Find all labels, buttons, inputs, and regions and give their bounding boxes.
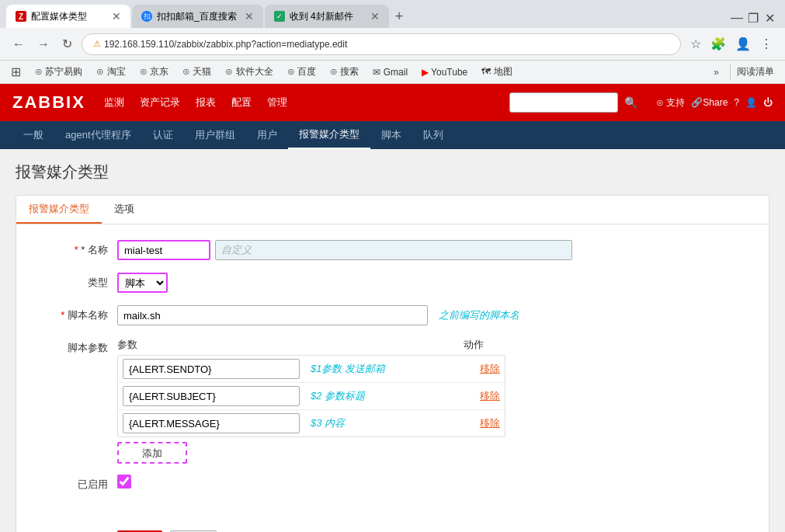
zabbix-search: 🔍 xyxy=(509,92,637,113)
param-row-3: $3 内容 移除 xyxy=(118,410,505,436)
logout-button[interactable]: ⏻ xyxy=(763,97,773,108)
enabled-label: 已启用 xyxy=(32,475,117,492)
tab2-title: 扣扣邮箱_百度搜索 xyxy=(157,10,237,23)
browser-frame: Z 配置媒体类型 ✕ 扣 扣扣邮箱_百度搜索 ✕ ✓ 收到 4封新邮件 ✕ + … xyxy=(0,0,785,84)
bookmark-jd[interactable]: ⊙ 京东 xyxy=(137,64,172,80)
minimize-button[interactable]: — xyxy=(731,11,742,22)
nav-reports[interactable]: 报表 xyxy=(196,92,216,113)
address-input[interactable]: ⚠ 192.168.159.110/zabbix/zabbix.php?acti… xyxy=(82,33,681,55)
bookmark-map[interactable]: 🗺 地图 xyxy=(478,64,515,80)
name-label: * * 名称 xyxy=(32,240,117,257)
menu-icon[interactable]: ⋮ xyxy=(757,35,776,53)
script-name-control: 之前编写的脚本名 xyxy=(117,305,745,325)
subnav-auth[interactable]: 认证 xyxy=(142,122,184,148)
form-card: 报警媒介类型 选项 * * 名称 类型 xyxy=(16,195,769,532)
subnav-users[interactable]: 用户 xyxy=(246,122,288,148)
taobao-label: ⊙ 淘宝 xyxy=(96,65,125,78)
subnav-usergroups[interactable]: 用户群组 xyxy=(184,122,246,148)
nav-monitor[interactable]: 监测 xyxy=(104,92,124,113)
bookmark-search[interactable]: ⊙ 搜索 xyxy=(327,64,362,80)
tab-2[interactable]: 扣 扣扣邮箱_百度搜索 ✕ xyxy=(132,5,263,28)
new-tab-button[interactable]: + xyxy=(391,7,408,26)
tab3-close[interactable]: ✕ xyxy=(370,10,380,23)
reading-list[interactable]: 阅读清单 xyxy=(730,64,777,80)
subnav-agent[interactable]: agent代理程序 xyxy=(54,122,142,148)
name-hint-input[interactable] xyxy=(215,240,572,260)
jd-label: ⊙ 京东 xyxy=(140,65,168,78)
type-select[interactable]: 脚本 Email SMS xyxy=(117,273,168,293)
name-required-star: * xyxy=(75,244,78,256)
bookmark-tianmao[interactable]: ⊙ 天猫 xyxy=(179,64,214,80)
name-input[interactable] xyxy=(117,240,210,260)
param-remove-3[interactable]: 移除 xyxy=(480,416,500,430)
tab1-title: 配置媒体类型 xyxy=(31,10,104,23)
bookmark-youtube[interactable]: ▶ YouTube xyxy=(419,65,471,79)
script-required-star: * xyxy=(61,309,64,321)
params-label: 脚本参数 xyxy=(32,338,117,355)
back-button[interactable]: ← xyxy=(9,36,28,53)
subnav-mediatype[interactable]: 报警媒介类型 xyxy=(288,121,370,149)
param-remove-1[interactable]: 移除 xyxy=(480,362,500,376)
bookmark-gmail[interactable]: ✉ Gmail xyxy=(370,65,411,79)
params-col-action: 动作 xyxy=(464,338,484,352)
tianmao-label: ⊙ 天猫 xyxy=(182,65,211,78)
tab-options[interactable]: 选项 xyxy=(102,196,147,224)
form-actions: 添加 取消 xyxy=(16,523,769,532)
apps-icon[interactable]: ⊞ xyxy=(8,63,24,81)
close-window-button[interactable]: ✕ xyxy=(765,11,776,22)
page-title: 报警媒介类型 xyxy=(16,162,769,183)
tab1-close[interactable]: ✕ xyxy=(112,10,121,23)
param-row-2: $2 参数标题 移除 xyxy=(118,383,505,410)
bookmarks-more[interactable]: » xyxy=(714,67,719,78)
name-label-text: * 名称 xyxy=(81,244,108,256)
add-param-button[interactable]: 添加 xyxy=(117,442,187,464)
help-button[interactable]: ? xyxy=(734,97,739,108)
script-name-input[interactable] xyxy=(117,305,428,325)
bookmark-baidu[interactable]: ⊙ 百度 xyxy=(284,64,319,80)
subnav-scripts[interactable]: 脚本 xyxy=(370,122,412,148)
tab1-favicon: Z xyxy=(16,11,26,22)
type-control: 脚本 Email SMS xyxy=(117,273,745,293)
search-icon[interactable]: 🔍 xyxy=(624,96,637,109)
name-control xyxy=(117,240,745,260)
search-input[interactable] xyxy=(509,92,618,113)
bookmark-suning[interactable]: ⊙ 苏宁易购 xyxy=(32,64,85,80)
header-actions: ⊙ 支持 🔗Share ? 👤 ⏻ xyxy=(656,96,773,110)
tab3-title: 收到 4封新邮件 xyxy=(290,10,363,23)
tab-mediatype[interactable]: 报警媒介类型 xyxy=(16,196,102,224)
enabled-checkbox[interactable] xyxy=(117,475,131,489)
param-input-2[interactable] xyxy=(123,386,300,406)
extensions-icon[interactable]: 🧩 xyxy=(707,35,729,53)
forward-button[interactable]: → xyxy=(34,36,53,53)
tab-3[interactable]: ✓ 收到 4封新邮件 ✕ xyxy=(265,5,389,28)
nav-admin[interactable]: 管理 xyxy=(267,92,287,113)
youtube-icon: ▶ xyxy=(422,67,429,78)
gmail-label: ✉ Gmail xyxy=(373,67,408,78)
type-row: 类型 脚本 Email SMS xyxy=(32,273,745,294)
star-icon[interactable]: ☆ xyxy=(687,35,704,53)
param-remove-2[interactable]: 移除 xyxy=(480,389,500,403)
param-input-1[interactable] xyxy=(123,359,300,379)
page-content: 报警媒介类型 报警媒介类型 选项 * * 名称 xyxy=(0,149,785,532)
tab2-close[interactable]: ✕ xyxy=(245,10,254,23)
tab2-favicon: 扣 xyxy=(141,11,152,22)
nav-config[interactable]: 配置 xyxy=(231,92,252,113)
subnav-queue[interactable]: 队列 xyxy=(412,122,454,148)
map-label: 🗺 地图 xyxy=(481,65,512,78)
nav-assets[interactable]: 资产记录 xyxy=(140,92,180,113)
subnav-general[interactable]: 一般 xyxy=(12,122,54,148)
tab3-favicon: ✓ xyxy=(274,11,285,22)
bookmark-taobao[interactable]: ⊙ 淘宝 xyxy=(93,64,128,80)
zabbix-nav: 监测 资产记录 报表 配置 管理 xyxy=(104,92,287,113)
param-input-3[interactable] xyxy=(123,413,300,433)
share-button[interactable]: 🔗Share xyxy=(691,97,728,108)
bookmark-ruanjian[interactable]: ⊙ 软件大全 xyxy=(222,64,276,80)
profile-icon[interactable]: 👤 xyxy=(732,35,754,53)
tab-1[interactable]: Z 配置媒体类型 ✕ xyxy=(6,5,130,28)
refresh-button[interactable]: ↻ xyxy=(59,35,75,53)
maximize-button[interactable]: ❐ xyxy=(748,11,759,22)
sub-nav: 一般 agent代理程序 认证 用户群组 用户 报警媒介类型 脚本 队列 xyxy=(0,121,785,149)
enabled-control xyxy=(117,475,745,489)
user-button[interactable]: 👤 xyxy=(745,97,757,108)
support-button[interactable]: ⊙ 支持 xyxy=(656,96,685,110)
